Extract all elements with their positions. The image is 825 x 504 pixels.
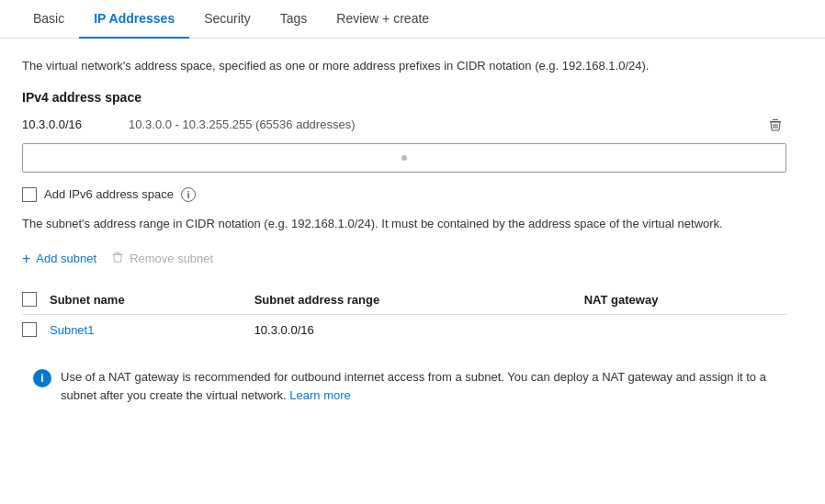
col-checkbox (22, 285, 50, 315)
address-cidr: 10.3.0.0/16 (22, 118, 114, 131)
trash-icon (111, 251, 124, 266)
col-subnet-range: Subnet address range (254, 285, 584, 315)
info-banner: i Use of a NAT gateway is recommended fo… (22, 359, 786, 413)
tab-basic[interactable]: Basic (18, 0, 79, 39)
learn-more-link[interactable]: Learn more (289, 388, 350, 402)
svg-rect-6 (116, 252, 120, 253)
main-description: The virtual network's address space, spe… (22, 57, 786, 75)
col-subnet-name: Subnet name (50, 285, 254, 315)
ipv6-info-icon[interactable]: i (181, 187, 196, 202)
col-nat-gateway: NAT gateway (584, 285, 786, 315)
info-banner-text: Use of a NAT gateway is recommended for … (61, 368, 775, 404)
address-input-container (22, 143, 786, 173)
subnet-nat-gateway (584, 315, 786, 345)
delete-address-button[interactable] (764, 114, 786, 136)
subnet-description: The subnet's address range in CIDR notat… (22, 215, 786, 233)
row-checkbox[interactable] (22, 322, 37, 337)
tab-review-create[interactable]: Review + create (322, 0, 444, 39)
table-row: Subnet110.3.0.0/16 (22, 315, 786, 345)
address-row: 10.3.0.0/16 10.3.0.0 - 10.3.255.255 (655… (22, 114, 786, 136)
main-content: The virtual network's address space, spe… (0, 39, 808, 431)
ipv6-checkbox-row: Add IPv6 address space i (22, 187, 786, 202)
ipv4-section-title: IPv4 address space (22, 90, 786, 105)
tab-navigation: BasicIP AddressesSecurityTagsReview + cr… (0, 0, 825, 39)
info-circle-icon: i (33, 369, 51, 387)
ipv6-checkbox[interactable] (22, 187, 37, 202)
subnet-name-link[interactable]: Subnet1 (50, 323, 94, 337)
plus-icon: + (22, 252, 30, 266)
address-input[interactable] (22, 143, 786, 173)
ipv6-checkbox-label: Add IPv6 address space (44, 187, 174, 201)
add-subnet-button[interactable]: + Add subnet (22, 248, 96, 270)
table-header-checkbox[interactable] (22, 292, 37, 307)
tab-security[interactable]: Security (189, 0, 266, 39)
table-header-row: Subnet name Subnet address range NAT gat… (22, 285, 786, 315)
remove-subnet-button[interactable]: Remove subnet (111, 247, 213, 270)
tab-ip-addresses[interactable]: IP Addresses (79, 0, 189, 39)
svg-rect-1 (773, 119, 778, 120)
subnet-table: Subnet name Subnet address range NAT gat… (22, 285, 786, 344)
remove-subnet-label: Remove subnet (130, 252, 213, 265)
subnet-toolbar: + Add subnet Remove subnet (22, 247, 786, 270)
subnet-address-range: 10.3.0.0/16 (254, 315, 584, 345)
address-range: 10.3.0.0 - 10.3.255.255 (65536 addresses… (129, 118, 750, 131)
add-subnet-label: Add subnet (36, 252, 96, 265)
tab-tags[interactable]: Tags (266, 0, 322, 39)
